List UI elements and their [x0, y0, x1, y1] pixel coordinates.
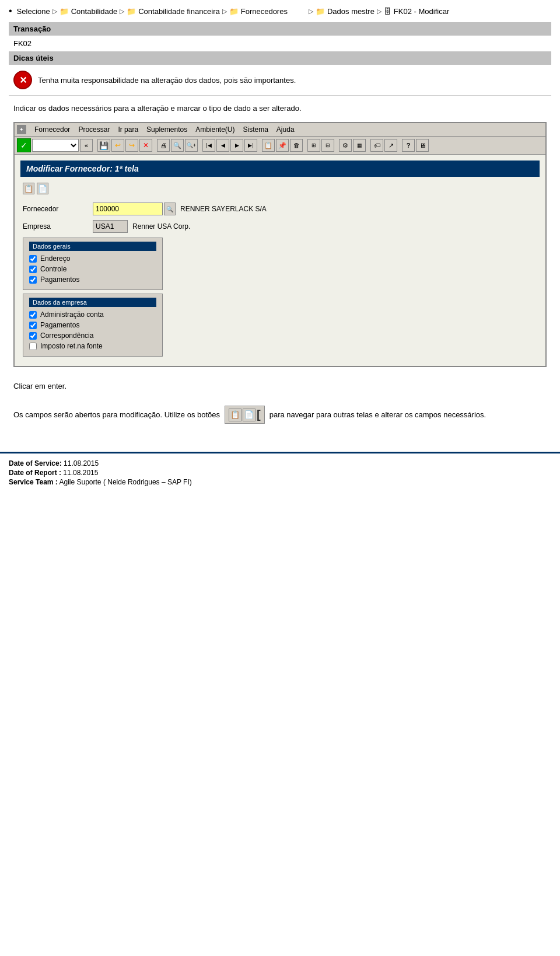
page-footer: Date of Service: 11.08.2015 Date of Repo…	[0, 452, 560, 493]
toolbar-paste-btn[interactable]: 📌	[276, 139, 289, 152]
toolbar-monitor-btn[interactable]: 🖥	[416, 139, 429, 152]
breadcrumb-dados-mestre: Dados mestre	[327, 7, 374, 16]
checkbox-controle-input[interactable]	[29, 266, 37, 273]
instruction-text: Indicar os dados necessários para a alte…	[9, 100, 551, 116]
nav-paste-btn[interactable]: 📄	[243, 409, 256, 421]
toolbar-flag-btn[interactable]: 🏷	[370, 139, 383, 152]
menu-sistema[interactable]: Sistema	[240, 124, 272, 135]
dados-gerais-header: Dados gerais	[29, 242, 156, 251]
arrow-icon-5: ▷	[377, 8, 382, 15]
sap-window: ✦ Fornecedor Processar Ir para Suplement…	[13, 122, 547, 367]
toolbar-dbl-arrow-left[interactable]	[80, 139, 93, 152]
toolbar-print-btn[interactable]: 🖨	[157, 139, 170, 152]
menu-fornecedor[interactable]: Fornecedor	[31, 124, 74, 135]
toolbar-check-button[interactable]: ✓	[17, 138, 31, 152]
empresa-input[interactable]	[93, 220, 128, 233]
service-team-label: Service Team :	[9, 478, 58, 486]
transacao-section: Transação	[9, 22, 551, 36]
toolbar-layout-btn[interactable]: ▦	[353, 139, 366, 152]
checkbox-pagamentos-empresa-input[interactable]	[29, 322, 37, 329]
form-icon-2[interactable]: 📄	[37, 183, 48, 194]
toolbar-dropdown[interactable]	[32, 139, 79, 152]
toolbar-first-btn[interactable]: |◀	[202, 139, 215, 152]
arrow-icon-4: ▷	[309, 8, 313, 15]
menu-ajuda[interactable]: Ajuda	[273, 124, 298, 135]
checkbox-endereco[interactable]: Endereço	[29, 254, 156, 263]
screen-title: Modificar Fornecedor: 1ª tela	[20, 161, 540, 177]
toolbar-arrow-btn[interactable]: ↗	[384, 139, 397, 152]
folder-icon-3: 📁	[229, 7, 239, 16]
checkbox-pagamentos-gerais-input[interactable]	[29, 276, 37, 284]
nav-copy-btn[interactable]: 📋	[229, 409, 242, 421]
toolbar-prev-btn[interactable]: ◀	[216, 139, 229, 152]
fornecedor-label: Fornecedor	[23, 205, 93, 213]
folder-icon-1: 📁	[60, 7, 69, 16]
form-icon-1[interactable]: 📋	[23, 183, 34, 194]
toolbar-save-btn[interactable]: 💾	[97, 139, 110, 152]
toolbar-find-next-btn[interactable]: 🔍+	[185, 139, 198, 152]
navigation-section: Os campos serão abertos para modificação…	[9, 401, 551, 428]
bullet-icon: •	[9, 6, 12, 16]
empresa-label: Empresa	[23, 222, 93, 231]
checkbox-imposto-input[interactable]	[29, 343, 37, 350]
arrow-icon-2: ▷	[120, 8, 124, 15]
checkbox-endereco-input[interactable]	[29, 255, 37, 263]
checkbox-correspondencia[interactable]: Correspondência	[29, 332, 156, 340]
date-report-label: Date of Report :	[9, 469, 61, 477]
breadcrumb-contabilidade: Contabilidade	[71, 7, 118, 16]
folder-icon-2: 📁	[127, 7, 136, 16]
toolbar-help-btn[interactable]: ?	[402, 139, 415, 152]
date-service-value: 11.08.2015	[64, 459, 99, 467]
checkbox-admin-conta-input[interactable]	[29, 311, 37, 319]
dados-gerais-group: Dados gerais Endereço Controle Pagamento…	[23, 238, 163, 290]
fornecedor-field-row: Fornecedor 🔍 RENNER SAYERLACK S/A	[20, 203, 540, 215]
clicar-text: Clicar em enter.	[9, 376, 551, 396]
breadcrumb: • Selecione ▷ 📁 Contabilidade ▷ 📁 Contab…	[9, 6, 551, 16]
menu-suplementos[interactable]: Suplementos	[143, 124, 191, 135]
nav-text-before: Os campos serão abertos para modificação…	[13, 410, 220, 419]
warning-text: Tenha muita responsabilidade na alteraçã…	[38, 76, 296, 85]
date-service-label: Date of Service:	[9, 459, 62, 467]
toolbar-settings-btn[interactable]: ⚙	[339, 139, 352, 152]
folder-icon-5: 🗄	[384, 7, 391, 16]
folder-icon-4: 📁	[316, 7, 325, 16]
arrow-icon-1: ▷	[52, 8, 57, 15]
toolbar-find-btn[interactable]: 🔍	[171, 139, 184, 152]
toolbar-deselect-btn[interactable]: ⊟	[321, 139, 334, 152]
sap-logo-icon: ✦	[17, 125, 26, 134]
checkbox-imposto[interactable]: Imposto ret.na fonte	[29, 342, 156, 350]
transacao-label: Transação	[13, 25, 547, 33]
nav-text-after: para navegar para outras telas e alterar…	[270, 410, 486, 419]
transacao-value: FK02	[9, 38, 551, 49]
date-report-value: 11.08.2015	[63, 469, 98, 477]
breadcrumb-fornecedores: Fornecedores	[241, 7, 288, 16]
toolbar-copy-btn[interactable]: 📋	[262, 139, 275, 152]
checkbox-pagamentos-gerais-label: Pagamentos	[40, 275, 79, 284]
footer-service-team: Service Team : Agile Suporte ( Neide Rod…	[9, 478, 551, 486]
menu-ir-para[interactable]: Ir para	[114, 124, 142, 135]
toolbar-last-btn[interactable]: ▶|	[244, 139, 257, 152]
dicas-label: Dicas úteis	[9, 51, 551, 65]
checkbox-imposto-label: Imposto ret.na fonte	[40, 342, 103, 350]
checkbox-admin-conta[interactable]: Administração conta	[29, 310, 156, 319]
empresa-name: Renner USA Corp.	[132, 222, 190, 231]
fornecedor-input[interactable]	[93, 203, 163, 215]
selecione-label: Selecione	[17, 7, 50, 16]
toolbar-undo-btn[interactable]: ↩	[111, 139, 124, 152]
checkbox-pagamentos-empresa[interactable]: Pagamentos	[29, 321, 156, 329]
checkbox-pagamentos-gerais[interactable]: Pagamentos	[29, 275, 156, 284]
fornecedor-search-btn[interactable]: 🔍	[164, 203, 176, 215]
dados-empresa-group: Dados da empresa Administração conta Pag…	[23, 294, 163, 357]
checkbox-endereco-label: Endereço	[40, 254, 70, 263]
menu-processar[interactable]: Processar	[75, 124, 113, 135]
dados-empresa-header: Dados da empresa	[29, 298, 156, 307]
menu-ambiente[interactable]: Ambiente(U)	[192, 124, 238, 135]
toolbar-cancel-btn[interactable]: ✕	[139, 139, 152, 152]
toolbar-redo-btn[interactable]: ↪	[125, 139, 138, 152]
toolbar-select-all-btn[interactable]: ⊞	[307, 139, 320, 152]
checkbox-controle[interactable]: Controle	[29, 265, 156, 273]
toolbar-delete-btn[interactable]: 🗑	[290, 139, 303, 152]
fornecedor-name: RENNER SAYERLACK S/A	[180, 205, 267, 213]
toolbar-next-btn[interactable]: ▶	[230, 139, 243, 152]
checkbox-correspondencia-input[interactable]	[29, 332, 37, 340]
